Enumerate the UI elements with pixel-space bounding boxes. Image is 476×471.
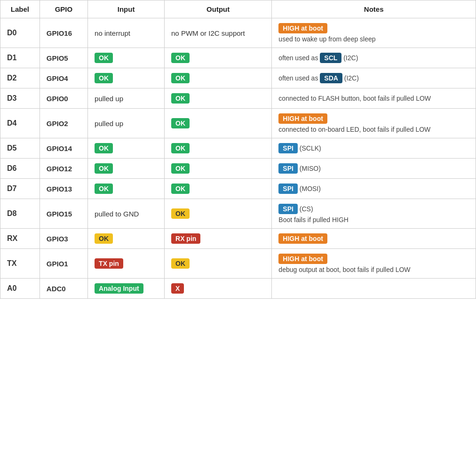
cell-input: no interrupt [88, 18, 165, 48]
badge: OK [95, 53, 113, 63]
cell-notes: often used as SDA (I2C) [272, 68, 476, 88]
note-inline-badge: SPI [278, 143, 298, 153]
cell-text: no PWM or I2C support [171, 29, 245, 37]
note-badge: HIGH at boot [278, 23, 327, 33]
cell-output: OK [165, 179, 272, 199]
cell-gpio: GPIO16 [40, 18, 87, 48]
badge: OK [171, 93, 190, 104]
cell-gpio: GPIO1 [40, 249, 87, 279]
note-inline-badge: SPI [278, 184, 298, 194]
cell-text: pulled up [95, 120, 123, 128]
note-text: debug output at boot, boot fails if pull… [278, 266, 469, 273]
cell-output: OK [165, 48, 272, 68]
note-inline-badge: SPI [278, 163, 298, 174]
cell-output: RX pin [165, 229, 272, 249]
notes-cell: HIGH at bootused to wake up from deep sl… [278, 23, 469, 43]
badge: OK [95, 143, 113, 153]
cell-text: no interrupt [95, 29, 130, 37]
col-header-gpio: GPIO [40, 0, 87, 18]
badge: OK [171, 73, 190, 83]
table-row: D2GPIO4OKOKoften used as SDA (I2C) [0, 68, 476, 88]
cell-input: OK [88, 159, 165, 179]
cell-notes: SPI (SCLK) [272, 138, 476, 159]
badge: OK [171, 118, 190, 128]
notes-cell: SPI (CS)Boot fails if pulled HIGH [278, 204, 469, 224]
table-row: RXGPIO3OKRX pinHIGH at boot [0, 229, 476, 249]
note-inline-badge: SDA [320, 73, 342, 83]
gpio-table: Label GPIO Input Output Notes D0GPIO16no… [0, 0, 476, 299]
cell-notes: connected to FLASH button, boot fails if… [272, 88, 476, 109]
cell-label: D4 [0, 109, 40, 138]
cell-notes: HIGH at bootdebug output at boot, boot f… [272, 249, 476, 279]
cell-input: pulled up [88, 88, 165, 109]
cell-gpio: GPIO2 [40, 109, 87, 138]
badge: Analog Input [95, 283, 143, 294]
cell-output: OK [165, 159, 272, 179]
cell-text: pulled to GND [95, 210, 139, 218]
notes-cell: SPI (SCLK) [278, 143, 469, 153]
cell-gpio: GPIO14 [40, 138, 87, 159]
cell-input: OK [88, 68, 165, 88]
table-row: D8GPIO15pulled to GNDOKSPI (CS)Boot fail… [0, 199, 476, 229]
notes-cell: connected to FLASH button, boot fails if… [278, 95, 469, 102]
table-row: TXGPIO1TX pinOKHIGH at bootdebug output … [0, 249, 476, 279]
badge: OK [95, 233, 113, 244]
table-row: D1GPIO5OKOKoften used as SCL (I2C) [0, 48, 476, 68]
notes-cell: often used as SDA (I2C) [278, 73, 469, 83]
cell-label: D6 [0, 159, 40, 179]
cell-text: pulled up [95, 95, 123, 103]
badge: TX pin [95, 258, 123, 269]
col-header-notes: Notes [272, 0, 476, 18]
note-text: connected to on-board LED, boot fails if… [278, 126, 469, 133]
table-row: D5GPIO14OKOKSPI (SCLK) [0, 138, 476, 159]
badge: OK [171, 53, 190, 63]
notes-cell: HIGH at boot [278, 233, 469, 244]
cell-label: D7 [0, 179, 40, 199]
note-badge: HIGH at boot [278, 254, 327, 264]
col-header-input: Input [88, 0, 165, 18]
notes-cell: SPI (MISO) [278, 163, 469, 174]
col-header-label: Label [0, 0, 40, 18]
badge: OK [171, 208, 190, 219]
cell-input: OK [88, 229, 165, 249]
cell-input: pulled up [88, 109, 165, 138]
cell-gpio: ADC0 [40, 279, 87, 299]
note-badge: HIGH at boot [278, 113, 327, 124]
cell-label: A0 [0, 279, 40, 299]
cell-input: pulled to GND [88, 199, 165, 229]
cell-output: OK [165, 138, 272, 159]
note-mixed: SPI (MISO) [278, 163, 469, 174]
cell-gpio: GPIO3 [40, 229, 87, 249]
note-inline-badge: SCL [320, 53, 341, 63]
note-mixed: SPI (SCLK) [278, 143, 469, 153]
badge: OK [95, 163, 113, 174]
cell-notes: SPI (MISO) [272, 159, 476, 179]
notes-cell: HIGH at bootconnected to on-board LED, b… [278, 113, 469, 133]
cell-input: TX pin [88, 249, 165, 279]
cell-label: D8 [0, 199, 40, 229]
cell-output: OK [165, 109, 272, 138]
cell-output: OK [165, 68, 272, 88]
cell-output: OK [165, 249, 272, 279]
cell-output: OK [165, 88, 272, 109]
cell-label: D0 [0, 18, 40, 48]
cell-notes: HIGH at bootconnected to on-board LED, b… [272, 109, 476, 138]
table-row: D6GPIO12OKOKSPI (MISO) [0, 159, 476, 179]
cell-notes: HIGH at boot [272, 229, 476, 249]
cell-input: OK [88, 48, 165, 68]
note-text: used to wake up from deep sleep [278, 35, 469, 43]
badge: OK [171, 184, 190, 194]
cell-label: D3 [0, 88, 40, 109]
cell-notes: SPI (CS)Boot fails if pulled HIGH [272, 199, 476, 229]
cell-input: OK [88, 179, 165, 199]
note-text: Boot fails if pulled HIGH [278, 216, 469, 224]
badge: X [171, 283, 184, 294]
cell-output: OK [165, 199, 272, 229]
cell-notes: SPI (MOSI) [272, 179, 476, 199]
note-mixed: often used as SCL (I2C) [278, 53, 469, 63]
cell-gpio: GPIO5 [40, 48, 87, 68]
col-header-output: Output [165, 0, 272, 18]
note-badge: HIGH at boot [278, 233, 327, 244]
cell-input: Analog Input [88, 279, 165, 299]
badge: OK [95, 73, 113, 83]
